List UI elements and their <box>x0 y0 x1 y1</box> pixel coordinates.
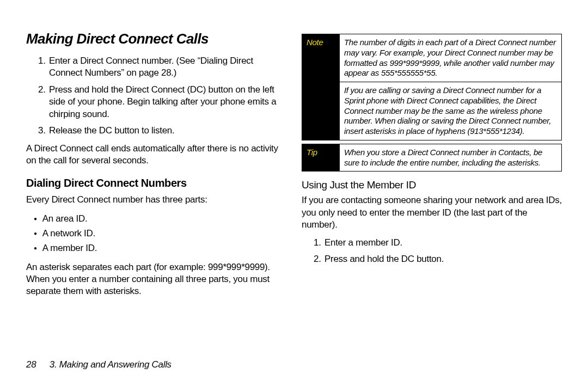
note-body: The number of digits in each part of a D… <box>340 34 562 82</box>
page-number: 28 <box>26 359 36 370</box>
left-column: Making Direct Connect Calls Enter a Dire… <box>26 30 286 370</box>
body-text: A Direct Connect call ends automatically… <box>26 143 286 167</box>
body-text: Every Direct Connect number has three pa… <box>26 194 286 206</box>
list-item: Release the DC button to listen. <box>48 125 286 137</box>
page-title: Making Direct Connect Calls <box>26 30 286 47</box>
list-item: A network ID. <box>34 226 286 241</box>
manual-page: Making Direct Connect Calls Enter a Dire… <box>0 0 588 392</box>
tip-label: Tip <box>302 144 340 171</box>
page-footer: 28 3. Making and Answering Calls <box>26 359 171 370</box>
list-item: Enter a member ID. <box>323 237 562 249</box>
note-body: If you are calling or saving a Direct Co… <box>340 82 562 140</box>
member-steps-list: Enter a member ID. Press and hold the DC… <box>302 237 562 266</box>
body-text: An asterisk separates each part (for exa… <box>26 261 286 298</box>
bullet-list: An area ID. A network ID. A member ID. <box>26 211 286 256</box>
list-item: A member ID. <box>34 241 286 255</box>
tip-body: When you store a Direct Connect number i… <box>340 144 562 171</box>
list-item: Press and hold the DC button. <box>323 253 562 265</box>
list-item: Press and hold the Direct Connect (DC) b… <box>48 84 286 120</box>
tip-callout: Tip When you store a Direct Connect numb… <box>302 144 562 172</box>
list-item: An area ID. <box>34 211 286 226</box>
subheading-dialing: Dialing Direct Connect Numbers <box>26 177 286 189</box>
right-column: Note The number of digits in each part o… <box>302 30 562 370</box>
note-label: Note <box>302 34 340 140</box>
list-item: Enter a Direct Connect number. (See “Dia… <box>48 55 286 79</box>
main-steps-list: Enter a Direct Connect number. (See “Dia… <box>26 55 286 137</box>
chapter-title: 3. Making and Answering Calls <box>50 359 171 370</box>
subheading-member-id: Using Just the Member ID <box>302 179 562 191</box>
note-callout: Note The number of digits in each part o… <box>302 34 562 140</box>
body-text: If you are contacting someone sharing yo… <box>302 194 562 231</box>
